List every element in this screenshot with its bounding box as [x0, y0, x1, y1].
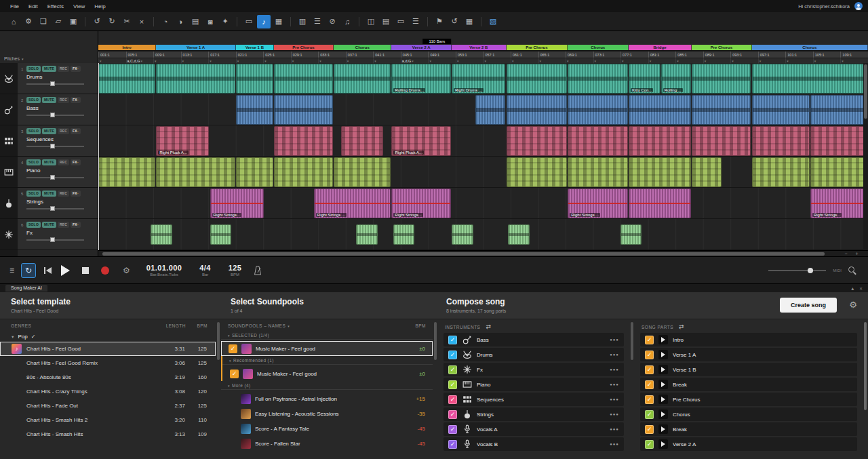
- song-part-row-verse-1-a[interactable]: ✓ Verse 1 A: [640, 348, 857, 361]
- song-part-row-chorus[interactable]: ✓ Chorus: [640, 407, 857, 421]
- audio-clip[interactable]: [236, 64, 273, 94]
- fx-button[interactable]: FX: [71, 159, 81, 165]
- section-pre-chorus[interactable]: Pre Chorus: [274, 45, 334, 50]
- solo-button[interactable]: SOLO: [26, 97, 41, 103]
- audio-clip[interactable]: Rolling Drums...: [391, 64, 450, 94]
- small-grid-icon[interactable]: ▦: [462, 15, 476, 28]
- bpm-field[interactable]: 125 BPM: [229, 264, 242, 277]
- shuffle-icon[interactable]: ⇄: [486, 323, 491, 330]
- audio-clip[interactable]: [156, 64, 235, 94]
- instrument-row-fx[interactable]: ✓ Fx ●●●: [443, 363, 624, 376]
- delete-icon[interactable]: ×: [135, 15, 149, 28]
- pitches-dropdown[interactable]: Pitches ▾: [4, 56, 23, 61]
- section-pre-chorus[interactable]: Pre Chorus: [507, 45, 568, 50]
- visualizer-icon[interactable]: ◫: [364, 15, 378, 28]
- soundpool-row[interactable]: Score - Fallen Star -45: [221, 436, 433, 451]
- rec-button[interactable]: REC: [58, 97, 69, 103]
- instrument-row-vocals-b[interactable]: ✓ Vocals B ●●●: [443, 437, 624, 451]
- hscroll-thumb[interactable]: [102, 252, 825, 256]
- song-part-checkbox[interactable]: ✓: [645, 395, 654, 404]
- loop-button[interactable]: ↻: [21, 263, 36, 278]
- fx-bypass-icon[interactable]: ⊘: [326, 15, 339, 28]
- audio-clip[interactable]: Right Strings...: [210, 188, 264, 218]
- template-row[interactable]: Chart Hits - Crazy Things 3:08 120: [0, 384, 216, 399]
- mute-button[interactable]: MUTE: [42, 128, 56, 134]
- soundpool-row[interactable]: Full on Psytrance - Astral Injection +15: [221, 391, 433, 406]
- audio-clip[interactable]: [629, 157, 691, 187]
- chord-marker[interactable]: ▾: [620, 58, 648, 63]
- song-parts-scrollbar[interactable]: [863, 319, 868, 459]
- home-icon[interactable]: ⌂: [7, 15, 20, 28]
- section-intro[interactable]: Intro: [98, 45, 156, 50]
- position-field[interactable]: 01.01.000 Bar.Beats.Ticks: [146, 264, 182, 277]
- audio-clip[interactable]: [810, 126, 868, 156]
- solo-button[interactable]: SOLO: [26, 66, 41, 72]
- section-bridge[interactable]: Bridge: [629, 45, 692, 50]
- template-row[interactable]: Chart Hits - Fade Out 2:37 125: [0, 399, 216, 413]
- audio-clip[interactable]: [507, 64, 568, 94]
- audio-clip[interactable]: Right Pluck A...: [391, 126, 450, 156]
- chord-marker[interactable]: ▾: [813, 58, 841, 63]
- horizontal-scrollbar[interactable]: − +: [98, 250, 868, 256]
- chord-marker[interactable]: ▾: [208, 58, 236, 63]
- chord-marker[interactable]: ▾: [785, 58, 813, 63]
- settings-icon[interactable]: ⚙: [22, 15, 35, 28]
- track-header-drums[interactable]: 1 SOLO MUTE REC FX Drums: [18, 63, 98, 94]
- row-menu-icon[interactable]: ●●●: [610, 353, 619, 357]
- bass-icon[interactable]: [0, 94, 18, 125]
- audio-clip[interactable]: [156, 157, 235, 187]
- audio-clip[interactable]: [507, 126, 568, 156]
- chord-marker[interactable]: ▾: [703, 58, 731, 63]
- song-part-checkbox[interactable]: ✓: [645, 380, 654, 389]
- wizard-icon[interactable]: ✦: [218, 15, 232, 28]
- section-chorus[interactable]: Chorus: [334, 45, 391, 50]
- menu-help[interactable]: Help: [90, 2, 110, 11]
- keyboard-icon[interactable]: ▤: [379, 15, 393, 28]
- position-value[interactable]: 01.01.000: [146, 264, 182, 272]
- audio-clip[interactable]: Right Strings ...: [314, 188, 391, 218]
- chord-marker[interactable]: ▾: [511, 58, 538, 63]
- menu-file[interactable]: File: [5, 2, 24, 11]
- audio-clip[interactable]: [692, 64, 751, 94]
- shuffle-icon[interactable]: ⇄: [679, 323, 684, 330]
- chord-marker[interactable]: ▾: [483, 58, 511, 63]
- chord-marker[interactable]: ▾: [730, 58, 758, 63]
- row-menu-icon[interactable]: ●●●: [610, 397, 619, 401]
- playhead[interactable]: [98, 63, 99, 250]
- template-row[interactable]: ♪ Chart Hits - Feel Good 3:31 125: [0, 342, 216, 356]
- chord-marker[interactable]: ▾: [98, 58, 126, 63]
- instrument-row-piano[interactable]: ✓ Piano ●●●: [443, 378, 624, 391]
- soundpools-names-header[interactable]: SOUNDPOOLS – NAMES: [228, 323, 285, 328]
- marker-icon[interactable]: ⚑: [433, 15, 446, 28]
- audio-clip[interactable]: [507, 95, 568, 125]
- audio-clip[interactable]: [508, 224, 530, 245]
- audio-clip[interactable]: [452, 224, 473, 245]
- soundpool-scrollbar[interactable]: [433, 319, 438, 459]
- loop-object-icon[interactable]: ▭: [242, 15, 256, 28]
- song-part-row-break[interactable]: ✓ Break: [640, 378, 857, 391]
- song-part-checkbox[interactable]: ✓: [645, 425, 654, 434]
- archive-icon[interactable]: ▤: [189, 15, 202, 28]
- media-pool-icon[interactable]: ▧: [486, 15, 500, 28]
- record-button[interactable]: [101, 266, 109, 275]
- notation-icon[interactable]: ♫: [340, 15, 354, 28]
- zoom-out-button[interactable]: −: [842, 251, 850, 257]
- rec-button[interactable]: REC: [58, 128, 69, 134]
- audio-clip[interactable]: [274, 126, 333, 156]
- chord-marker[interactable]: ▾: [593, 58, 621, 63]
- template-row[interactable]: 80s - Absolute 80s 3:19 160: [0, 370, 216, 384]
- audio-clip[interactable]: [341, 126, 383, 156]
- volume-slider[interactable]: [26, 144, 90, 150]
- save-icon[interactable]: ▣: [66, 15, 80, 28]
- instrument-checkbox[interactable]: ✓: [448, 425, 457, 434]
- instrument-row-drums[interactable]: ✓ Drums ●●●: [443, 348, 624, 361]
- section-verse-2-a[interactable]: Verse 2 A: [391, 45, 452, 50]
- master-volume-slider[interactable]: [768, 267, 826, 274]
- rec-button[interactable]: REC: [58, 191, 69, 197]
- vertical-scrollbar[interactable]: [863, 63, 868, 250]
- mute-button[interactable]: MUTE: [42, 66, 56, 72]
- audio-clip[interactable]: [752, 64, 868, 94]
- chord-marker[interactable]: ▾: [373, 58, 401, 63]
- solo-button[interactable]: SOLO: [26, 159, 41, 165]
- redo-icon[interactable]: ↻: [105, 15, 119, 28]
